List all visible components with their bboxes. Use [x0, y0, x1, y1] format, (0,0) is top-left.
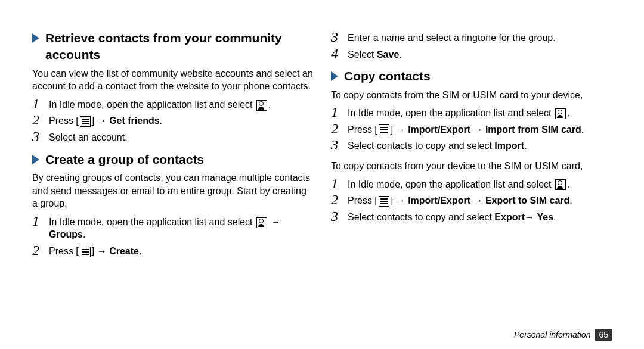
steps-list: 1 In Idle mode, open the application lis…: [331, 176, 612, 224]
contacts-icon: [256, 217, 267, 228]
step-item: 3 Select contacts to copy and select Exp…: [331, 209, 612, 224]
chevron-right-icon: [32, 33, 39, 43]
step-item: 2 Press [] → Create.: [32, 243, 313, 258]
step-item: 3 Enter a name and select a ringtone for…: [331, 30, 612, 45]
step-number: 2: [32, 243, 49, 257]
menu-icon: [379, 196, 389, 207]
step-text: Press [] → Create.: [49, 243, 313, 258]
step-number: 1: [331, 105, 348, 119]
intro-paragraph: To copy contacts from your device to the…: [331, 160, 612, 173]
step-text: Select Save.: [348, 46, 612, 61]
left-column: Retrieve contacts from your community ac…: [32, 30, 313, 344]
step-item: 2 Press [] → Import/Export → Export to S…: [331, 192, 612, 207]
heading-retrieve-contacts: Retrieve contacts from your community ac…: [32, 30, 313, 64]
step-number: 3: [331, 209, 348, 223]
intro-paragraph: You can view the list of community websi…: [32, 67, 313, 93]
step-number: 1: [32, 96, 49, 111]
step-text: In Idle mode, open the application list …: [49, 96, 313, 111]
step-number: 2: [32, 113, 49, 127]
heading-copy-contacts: Copy contacts: [331, 68, 612, 85]
heading-text: Copy contacts: [344, 68, 431, 85]
step-item: 1 In Idle mode, open the application lis…: [331, 105, 612, 120]
step-item: 3 Select contacts to copy and select Imp…: [331, 138, 612, 152]
step-item: 1 In Idle mode, open the application lis…: [32, 214, 313, 241]
step-number: 3: [331, 138, 348, 152]
intro-paragraph: To copy contacts from the SIM or USIM ca…: [331, 89, 612, 102]
chevron-right-icon: [32, 155, 39, 164]
steps-list: 1 In Idle mode, open the application lis…: [32, 96, 313, 144]
step-text: In Idle mode, open the application list …: [49, 214, 313, 241]
steps-list-continued: 3 Enter a name and select a ringtone for…: [331, 30, 612, 61]
right-column: 3 Enter a name and select a ringtone for…: [331, 30, 612, 344]
menu-icon: [379, 124, 389, 135]
step-item: 1 In Idle mode, open the application lis…: [32, 96, 313, 111]
step-number: 4: [331, 46, 348, 61]
chevron-right-icon: [331, 71, 338, 81]
menu-icon: [80, 247, 91, 257]
step-item: 4 Select Save.: [331, 46, 612, 61]
step-number: 3: [32, 129, 49, 144]
step-item: 3 Select an account.: [32, 129, 313, 144]
step-item: 2 Press [] → Get friends.: [32, 113, 313, 127]
step-number: 3: [331, 30, 348, 44]
heading-text: Retrieve contacts from your community ac…: [45, 30, 313, 64]
steps-list: 1 In Idle mode, open the application lis…: [32, 214, 313, 258]
step-text: Press [] → Get friends.: [49, 113, 313, 127]
step-text: Select an account.: [49, 129, 313, 144]
footer-section: Personal information: [514, 330, 590, 339]
page-number: 65: [595, 329, 612, 341]
step-text: Press [] → Import/Export → Import from S…: [348, 121, 612, 136]
step-item: 1 In Idle mode, open the application lis…: [331, 176, 612, 191]
step-number: 2: [331, 192, 348, 207]
step-number: 1: [32, 214, 49, 228]
contacts-icon: [555, 108, 566, 119]
step-text: Select contacts to copy and select Expor…: [348, 209, 612, 224]
step-text: In Idle mode, open the application list …: [348, 105, 612, 120]
manual-page: Retrieve contacts from your community ac…: [0, 0, 644, 349]
page-footer: Personal information 65: [514, 329, 612, 341]
steps-list: 1 In Idle mode, open the application lis…: [331, 105, 612, 152]
step-number: 2: [331, 121, 348, 136]
heading-create-group: Create a group of contacts: [32, 151, 313, 168]
contacts-icon: [256, 100, 267, 111]
heading-text: Create a group of contacts: [45, 151, 204, 168]
step-text: Enter a name and select a ringtone for t…: [348, 30, 612, 45]
step-text: In Idle mode, open the application list …: [348, 176, 612, 191]
intro-paragraph: By creating groups of contacts, you can …: [32, 172, 313, 210]
step-text: Select contacts to copy and select Impor…: [348, 138, 612, 152]
step-text: Press [] → Import/Export → Export to SIM…: [348, 192, 612, 207]
step-item: 2 Press [] → Import/Export → Import from…: [331, 121, 612, 136]
menu-icon: [80, 116, 91, 127]
contacts-icon: [555, 179, 566, 190]
step-number: 1: [331, 176, 348, 191]
